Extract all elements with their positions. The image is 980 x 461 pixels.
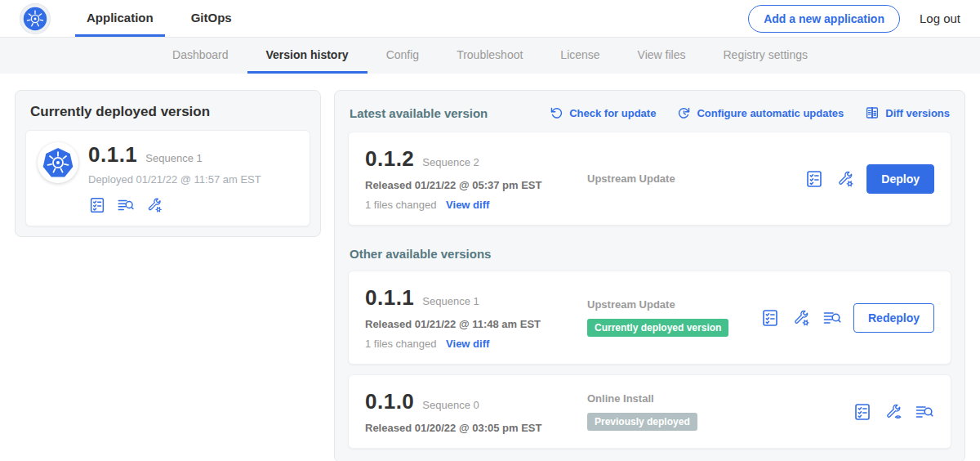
deployed-version-info: 0.1.1 Sequence 1 Deployed 01/21/22 @ 11:…	[88, 142, 261, 214]
preflight-checks-icon[interactable]	[760, 308, 780, 328]
released-timestamp: Released 01/20/22 @ 03:05 pm EST	[365, 422, 571, 434]
preflight-checks-icon[interactable]	[88, 196, 106, 214]
main-content: Currently deployed version	[0, 74, 980, 461]
view-diff-link[interactable]: View diff	[446, 338, 489, 350]
diff-icon	[865, 105, 880, 120]
other-versions-title: Other available versions	[350, 247, 950, 261]
tab-gitops-label: GitOps	[191, 11, 232, 25]
latest-available-title: Latest available version	[350, 106, 488, 120]
check-for-update-link[interactable]: Check for update	[550, 106, 656, 120]
version-source: Online Install	[587, 392, 853, 405]
subtab-troubleshoot-label: Troubleshoot	[457, 48, 523, 61]
version-row-0-1-2: 0.1.2 Sequence 2 Released 01/21/22 @ 05:…	[348, 132, 951, 226]
check-for-update-label: Check for update	[569, 107, 656, 119]
edit-config-icon[interactable]	[835, 169, 855, 189]
top-nav: Application GitOps	[75, 0, 258, 37]
available-versions-panel: Latest available version Check for updat…	[334, 90, 965, 461]
version-source-column: Upstream Update	[571, 172, 804, 185]
subtab-version-history-label: Version history	[266, 48, 349, 61]
tab-application[interactable]: Application	[75, 0, 165, 37]
subtab-registry-settings-label: Registry settings	[724, 48, 808, 61]
version-history-page: { "colors": { "accent": "#326de6", "head…	[0, 0, 980, 461]
released-timestamp: Released 01/21/22 @ 11:48 am EST	[365, 318, 571, 330]
subtab-license[interactable]: License	[541, 38, 618, 74]
view-diff-link[interactable]: View diff	[446, 199, 489, 211]
subtab-registry-settings[interactable]: Registry settings	[705, 38, 826, 74]
version-actions-column: Deploy	[804, 164, 934, 194]
subtab-config[interactable]: Config	[368, 38, 438, 74]
panel-actions: Check for update Configure automatic upd…	[550, 105, 950, 120]
configure-automatic-updates-link[interactable]: Configure automatic updates	[677, 106, 844, 120]
subtab-dashboard[interactable]: Dashboard	[154, 38, 247, 74]
deploy-logs-icon[interactable]	[822, 308, 842, 328]
preflight-checks-icon[interactable]	[804, 169, 824, 189]
currently-deployed-title: Currently deployed version	[30, 104, 310, 120]
subtab-view-files[interactable]: View files	[619, 38, 705, 74]
deployed-version-number: 0.1.1	[88, 142, 137, 168]
version-sequence: Sequence 2	[422, 156, 479, 168]
edit-config-icon[interactable]	[791, 308, 811, 328]
edit-config-icon[interactable]	[145, 196, 163, 214]
released-timestamp: Released 01/21/22 @ 05:37 pm EST	[365, 179, 571, 191]
files-changed-line: 1 files changed View diff	[365, 199, 571, 211]
logout-button[interactable]: Log out	[920, 11, 960, 25]
view-config-icon[interactable]	[884, 402, 903, 422]
version-source-column: Upstream Update Currently deployed versi…	[571, 298, 760, 337]
tab-application-label: Application	[87, 11, 154, 25]
app-logo	[38, 142, 78, 183]
deploy-button[interactable]: Deploy	[866, 164, 934, 194]
subtab-license-label: License	[560, 48, 599, 61]
version-sequence: Sequence 0	[422, 399, 479, 411]
deployed-timestamp: Deployed 01/21/22 @ 11:57 am EST	[88, 173, 261, 186]
kubernetes-app-icon	[41, 145, 75, 180]
subtab-troubleshoot[interactable]: Troubleshoot	[438, 38, 541, 74]
deploy-logs-icon[interactable]	[116, 196, 136, 214]
deployed-icon-row	[88, 196, 261, 214]
version-line: 0.1.0 Sequence 0	[365, 389, 571, 414]
files-changed-count: 1 files changed	[365, 199, 436, 211]
deployed-version-line: 0.1.1 Sequence 1	[88, 142, 261, 168]
version-info-column: 0.1.2 Sequence 2 Released 01/21/22 @ 05:…	[365, 146, 571, 211]
deployed-version-card: 0.1.1 Sequence 1 Deployed 01/21/22 @ 11:…	[25, 130, 310, 226]
deployed-sequence: Sequence 1	[145, 152, 202, 164]
kubernetes-logo-icon	[22, 6, 48, 32]
auto-update-icon	[677, 106, 691, 120]
version-row-0-1-1: 0.1.1 Sequence 1 Released 01/21/22 @ 11:…	[348, 271, 951, 365]
diff-versions-label: Diff versions	[885, 107, 950, 119]
version-line: 0.1.2 Sequence 2	[365, 146, 571, 172]
version-actions-column: Redeploy	[760, 303, 934, 333]
currently-deployed-card: Currently deployed version	[15, 90, 321, 237]
top-bar-spacer	[258, 0, 748, 37]
subtab-version-history[interactable]: Version history	[247, 38, 368, 74]
top-bar: Application GitOps Add a new application…	[0, 0, 980, 38]
subtab-dashboard-label: Dashboard	[172, 48, 229, 61]
version-number: 0.1.0	[365, 389, 414, 414]
previously-deployed-badge: Previously deployed	[587, 413, 697, 431]
version-sequence: Sequence 1	[422, 295, 479, 307]
tab-gitops[interactable]: GitOps	[180, 0, 243, 37]
version-info-column: 0.1.0 Sequence 0 Released 01/20/22 @ 03:…	[365, 389, 571, 434]
add-application-button[interactable]: Add a new application	[748, 5, 900, 33]
preflight-checks-icon[interactable]	[853, 402, 872, 422]
version-actions-column	[853, 402, 934, 422]
version-line: 0.1.1 Sequence 1	[365, 285, 571, 311]
subtab-view-files-label: View files	[638, 48, 686, 61]
version-number: 0.1.2	[365, 146, 414, 172]
version-source: Upstream Update	[587, 298, 760, 311]
panel-header: Latest available version Check for updat…	[350, 105, 950, 120]
subtab-config-label: Config	[386, 48, 419, 61]
files-changed-line: 1 files changed View diff	[365, 338, 571, 350]
deploy-logs-icon[interactable]	[915, 402, 934, 422]
refresh-icon	[550, 106, 564, 120]
kubernetes-logo	[20, 3, 51, 34]
version-row-0-1-0: 0.1.0 Sequence 0 Released 01/20/22 @ 03:…	[348, 374, 951, 449]
version-info-column: 0.1.1 Sequence 1 Released 01/21/22 @ 11:…	[365, 285, 571, 350]
configure-automatic-updates-label: Configure automatic updates	[697, 107, 844, 119]
diff-versions-link[interactable]: Diff versions	[865, 105, 950, 120]
version-source: Upstream Update	[587, 172, 804, 185]
top-actions: Add a new application Log out	[748, 0, 960, 37]
version-number: 0.1.1	[365, 285, 414, 311]
currently-deployed-badge: Currently deployed version	[587, 319, 728, 337]
redeploy-button[interactable]: Redeploy	[853, 303, 934, 333]
app-subnav: Dashboard Version history Config Trouble…	[0, 38, 980, 74]
